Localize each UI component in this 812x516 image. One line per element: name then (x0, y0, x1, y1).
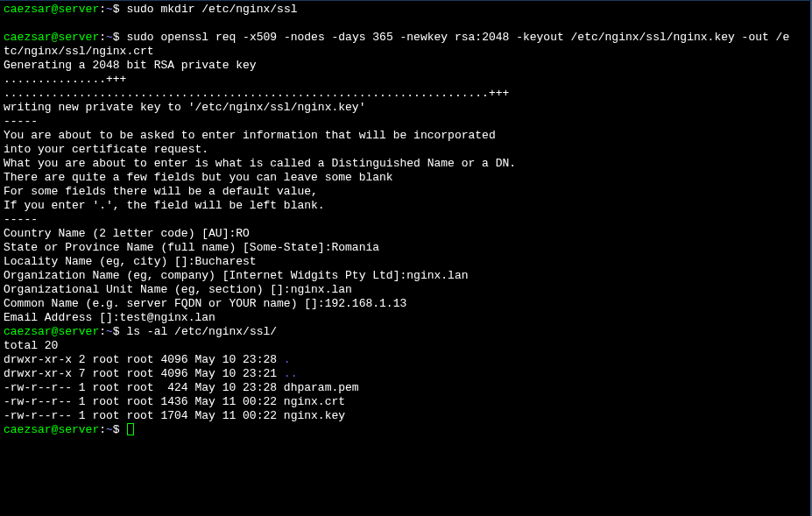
ls-output-line: -rw-r--r-- 1 root root 1704 May 11 00:22… (4, 409, 807, 423)
ls-output-line: -rw-r--r-- 1 root root 424 May 10 23:28 … (4, 381, 807, 395)
output-line: Generating a 2048 bit RSA private key (4, 59, 807, 73)
prompt-user-host: caezsar@server (4, 325, 99, 338)
terminal-output[interactable]: caezsar@server:~$ sudo mkdir /etc/nginx/… (4, 3, 807, 437)
prompt-symbol: $ (113, 31, 120, 44)
prompt-symbol: $ (113, 423, 120, 436)
prompt-colon: : (99, 3, 106, 16)
output-line: Locality Name (eg, city) []:Bucharest (4, 255, 807, 269)
prompt-path: ~ (106, 3, 113, 16)
ls-dir-name: .. (284, 367, 298, 380)
prompt-line: caezsar@server:~$ sudo mkdir /etc/nginx/… (4, 3, 807, 17)
output-line: ...............+++ (4, 73, 807, 87)
cursor-icon (127, 423, 134, 435)
command-text: sudo openssl req -x509 -nodes -days 365 … (126, 31, 789, 44)
prompt-line-active[interactable]: caezsar@server:~$ (4, 423, 807, 437)
output-line: Common Name (e.g. server FQDN or YOUR na… (4, 297, 807, 311)
prompt-colon: : (99, 423, 106, 436)
command-text: sudo mkdir /etc/nginx/ssl (126, 3, 297, 16)
output-line: writing new private key to '/etc/nginx/s… (4, 101, 807, 115)
ls-dir-name: . (284, 353, 291, 366)
prompt-line: caezsar@server:~$ sudo openssl req -x509… (4, 31, 807, 45)
ls-perms: drwxr-xr-x 7 root root 4096 May 10 23:21 (4, 367, 284, 380)
prompt-path: ~ (106, 325, 113, 338)
ls-output-line: -rw-r--r-- 1 root root 1436 May 11 00:22… (4, 395, 807, 409)
prompt-symbol: $ (113, 325, 120, 338)
output-line: There are quite a few fields but you can… (4, 171, 807, 185)
output-line: ----- (4, 115, 807, 129)
output-line: Email Address []:test@nginx.lan (4, 311, 807, 325)
prompt-path: ~ (106, 423, 113, 436)
command-continuation: tc/nginx/ssl/nginx.crt (4, 45, 807, 59)
command-text: ls -al /etc/nginx/ssl/ (126, 325, 277, 338)
prompt-line: caezsar@server:~$ ls -al /etc/nginx/ssl/ (4, 325, 807, 339)
prompt-path: ~ (106, 31, 113, 44)
blank-line (4, 17, 807, 31)
prompt-user-host: caezsar@server (4, 423, 99, 436)
output-line: What you are about to enter is what is c… (4, 157, 807, 171)
prompt-user-host: caezsar@server (4, 31, 99, 44)
output-line: You are about to be asked to enter infor… (4, 129, 807, 143)
ls-output-line: drwxr-xr-x 2 root root 4096 May 10 23:28… (4, 353, 807, 367)
prompt-user-host: caezsar@server (4, 3, 99, 16)
output-line: into your certificate request. (4, 143, 807, 157)
ls-output-line: drwxr-xr-x 7 root root 4096 May 10 23:21… (4, 367, 807, 381)
output-line: Organizational Unit Name (eg, section) [… (4, 283, 807, 297)
output-line: Organization Name (eg, company) [Interne… (4, 269, 807, 283)
output-line: ........................................… (4, 87, 807, 101)
prompt-symbol: $ (113, 3, 120, 16)
output-line: Country Name (2 letter code) [AU]:RO (4, 227, 807, 241)
output-line: If you enter '.', the field will be left… (4, 199, 807, 213)
prompt-colon: : (99, 31, 106, 44)
prompt-colon: : (99, 325, 106, 338)
ls-output-line: total 20 (4, 339, 807, 353)
output-line: For some fields there will be a default … (4, 185, 807, 199)
output-line: ----- (4, 213, 807, 227)
ls-perms: drwxr-xr-x 2 root root 4096 May 10 23:28 (4, 353, 284, 366)
output-line: State or Province Name (full name) [Some… (4, 241, 807, 255)
